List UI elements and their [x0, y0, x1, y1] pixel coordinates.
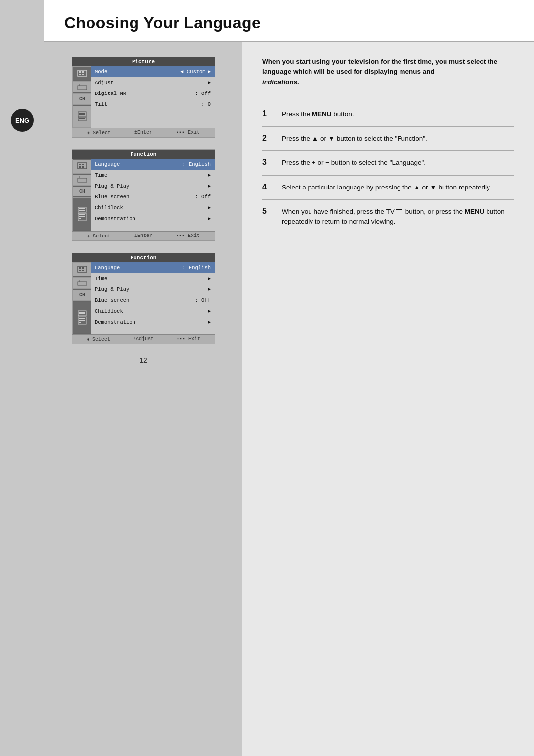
step-1-number: 1 — [262, 109, 274, 118]
svg-rect-49 — [81, 312, 83, 313]
svg-rect-15 — [79, 118, 81, 119]
svg-rect-4 — [82, 74, 84, 75]
tv-icon — [396, 209, 402, 214]
menu1-header: Picture — [72, 57, 215, 66]
svg-rect-43 — [79, 270, 81, 271]
menu2-icon-4 — [73, 198, 91, 231]
svg-rect-33 — [79, 214, 81, 215]
step-3-number: 3 — [262, 158, 274, 167]
intro-text: When you start using your television for… — [262, 57, 514, 87]
menu3-row-3: Blue screen : Off — [91, 295, 215, 306]
menu3-footer-adjust: ±Adjust — [133, 336, 154, 342]
menu3-body: CH Language : English — [72, 262, 215, 334]
svg-rect-1 — [79, 71, 81, 73]
svg-rect-16 — [81, 118, 83, 119]
step-1: 1 Press the MENU button. — [262, 102, 514, 126]
svg-rect-42 — [82, 267, 84, 269]
menu1-footer: ◈ Select ±Enter ▪▪▪ Exit — [72, 128, 215, 137]
svg-rect-17 — [83, 118, 85, 119]
svg-rect-53 — [83, 313, 85, 314]
step-1-text: Press the MENU button. — [282, 109, 514, 119]
svg-rect-55 — [79, 318, 81, 319]
svg-rect-40 — [78, 266, 87, 272]
menu1-footer-select: ◈ Select — [87, 130, 111, 136]
menu1-row-3: Tilt : 0 — [91, 99, 215, 110]
menu2-row-4: Childlock ► — [91, 202, 215, 213]
title-bar: Choosing Your Language — [44, 0, 534, 42]
step-2-text: Press the ▲ or ▼ button to select the "F… — [282, 134, 514, 143]
svg-rect-26 — [79, 208, 81, 209]
menu1-rows: Mode ◄ Custom ► Adjust ► Digital NR — [91, 66, 215, 128]
svg-rect-10 — [83, 113, 85, 114]
svg-rect-36 — [79, 216, 81, 217]
svg-rect-12 — [81, 114, 83, 115]
step-4-text: Select a particular language by pressing… — [282, 183, 514, 192]
menu1-spacer — [91, 110, 215, 128]
intro-italic: indications. — [262, 78, 299, 86]
menu1-footer-exit: ▪▪▪ Exit — [176, 130, 200, 136]
svg-rect-48 — [79, 312, 81, 313]
svg-rect-41 — [79, 267, 81, 269]
svg-rect-30 — [81, 210, 83, 211]
tv-menu-function2: Function CH — [72, 253, 215, 344]
step-3: 3 Press the + or − button to select the … — [262, 150, 514, 175]
svg-rect-28 — [83, 208, 85, 209]
menu1-icon-col: CH — [72, 66, 91, 128]
menu2-row-1: Time ► — [91, 170, 215, 181]
svg-rect-11 — [79, 114, 81, 115]
page-number: 12 — [139, 356, 147, 369]
menu3-header: Function — [72, 253, 215, 262]
tv-menu-picture: Picture CH — [72, 57, 215, 138]
svg-rect-23 — [78, 178, 87, 182]
svg-rect-34 — [81, 214, 83, 215]
svg-rect-31 — [83, 210, 85, 211]
step-4: 4 Select a particular language by pressi… — [262, 175, 514, 199]
svg-rect-13 — [83, 114, 85, 115]
menu1-icon-3: CH — [73, 94, 91, 104]
menu2-footer: ◈ Select ±Enter ▪▪▪ Exit — [72, 231, 215, 240]
svg-rect-19 — [79, 164, 81, 165]
menu3-row-4: Childlock ► — [91, 306, 215, 317]
svg-rect-3 — [79, 74, 81, 75]
svg-rect-5 — [78, 86, 87, 90]
eng-badge: ENG — [11, 109, 34, 132]
content-row: Picture CH — [44, 42, 534, 756]
step-4-number: 4 — [262, 183, 274, 191]
menu3-icon-col: CH — [72, 262, 91, 334]
svg-rect-29 — [79, 210, 81, 211]
svg-rect-60 — [83, 320, 85, 321]
svg-rect-52 — [81, 313, 83, 314]
menu3-footer-select: ◈ Select — [87, 336, 110, 342]
svg-rect-20 — [82, 164, 84, 165]
step-5-text: When you have finished, press the TV but… — [282, 207, 514, 227]
menu2-footer-select: ◈ Select — [87, 233, 111, 239]
menu3-rows: Language : English Time ► Plug & Play ► — [91, 262, 215, 334]
main-content: Choosing Your Language Picture — [44, 0, 534, 756]
menu2-icon-col: CH — [72, 159, 91, 231]
left-panel: Picture CH — [44, 42, 242, 756]
menu1-body: CH Mode ◄ Custom ► — [72, 66, 215, 128]
svg-rect-8 — [79, 113, 81, 114]
menu2-row-3: Blue screen : Off — [91, 191, 215, 202]
menu1-row-2: Digital NR : Off — [91, 88, 215, 99]
svg-rect-38 — [83, 216, 85, 217]
menu3-row-1: Time ► — [91, 273, 215, 284]
menu2-row-0: Language : English — [91, 159, 215, 170]
menu2-icon-2 — [73, 174, 91, 185]
menu3-row-0: Language : English — [91, 262, 215, 273]
menu1-row-0: Mode ◄ Custom ► — [91, 66, 215, 77]
menu1-icon-4 — [73, 105, 91, 127]
svg-rect-2 — [82, 71, 84, 73]
menu3-icon-3: CH — [73, 289, 91, 300]
page-title: Choosing Your Language — [64, 14, 514, 32]
left-sidebar: ENG — [0, 0, 44, 756]
menu1-footer-enter: ±Enter — [134, 130, 152, 136]
svg-rect-35 — [83, 214, 85, 215]
svg-rect-18 — [78, 163, 87, 169]
menu1-row-1: Adjust ► — [91, 77, 215, 88]
page-container: ENG Choosing Your Language Picture — [0, 0, 534, 756]
svg-rect-0 — [78, 70, 87, 76]
menu2-row-5: Demonstration ► — [91, 213, 215, 224]
svg-rect-27 — [81, 208, 83, 209]
svg-rect-21 — [79, 166, 81, 168]
